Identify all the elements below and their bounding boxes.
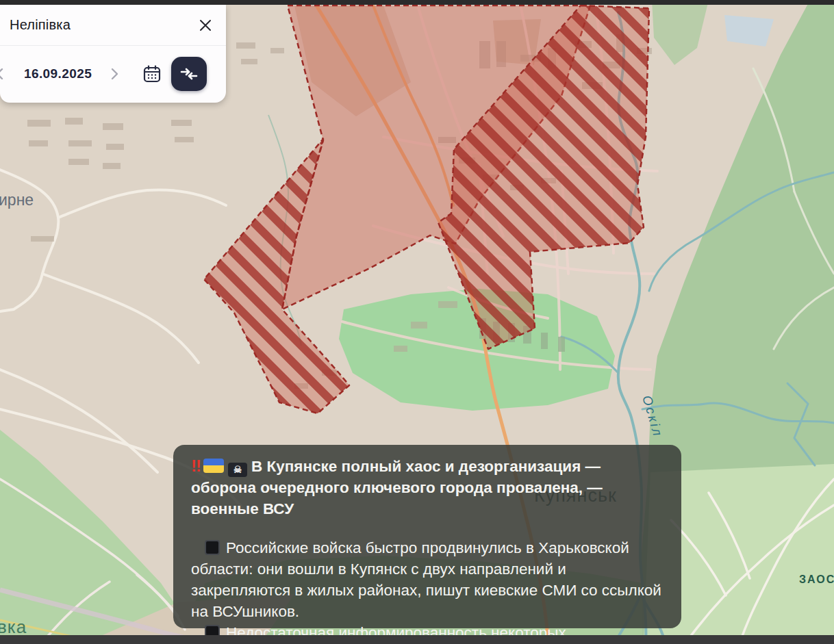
date-navigation: 16.09.2025 xyxy=(0,46,226,102)
map-label-zaoskil: ЗАОСКІ xyxy=(799,574,834,585)
close-icon[interactable] xyxy=(197,17,214,34)
app-window: ирне Купянськ Оскіл ЗАОСКІ вка Неліпівка… xyxy=(0,0,834,644)
chevron-left-icon[interactable] xyxy=(0,66,8,81)
map-label-myrne: ирне xyxy=(0,191,34,209)
news-paragraph-text: Российские войска быстро продвинулись в … xyxy=(191,539,661,620)
black-square-bullet-icon xyxy=(205,540,220,555)
selected-date: 16.09.2025 xyxy=(24,66,92,81)
news-popup[interactable]: !!☠В Купянске полный хаос и дезорганизац… xyxy=(173,445,681,628)
ukraine-flag-icon xyxy=(203,459,224,473)
map-label-vka: вка xyxy=(0,617,27,637)
window-bottom-bar xyxy=(0,635,834,644)
news-headline: !!☠В Купянске полный хаос и дезорганизац… xyxy=(191,455,664,519)
panel-header: Неліпівка xyxy=(0,5,226,46)
pirate-flag-icon: ☠ xyxy=(228,463,247,477)
jump-to-date-button[interactable] xyxy=(171,57,207,91)
double-exclamation-icon: !! xyxy=(191,455,201,476)
arrows-collapse-icon xyxy=(179,64,199,84)
chevron-right-icon[interactable] xyxy=(107,66,122,81)
news-paragraph: Российские войска быстро продвинулись в … xyxy=(191,537,664,622)
news-headline-text: В Купянске полный хаос и дезорганизация … xyxy=(191,458,603,517)
location-panel: Неліпівка 16.09.2025 xyxy=(0,5,226,103)
page-title: Неліпівка xyxy=(10,17,71,33)
calendar-icon[interactable] xyxy=(142,64,162,83)
window-top-bar xyxy=(0,0,834,5)
